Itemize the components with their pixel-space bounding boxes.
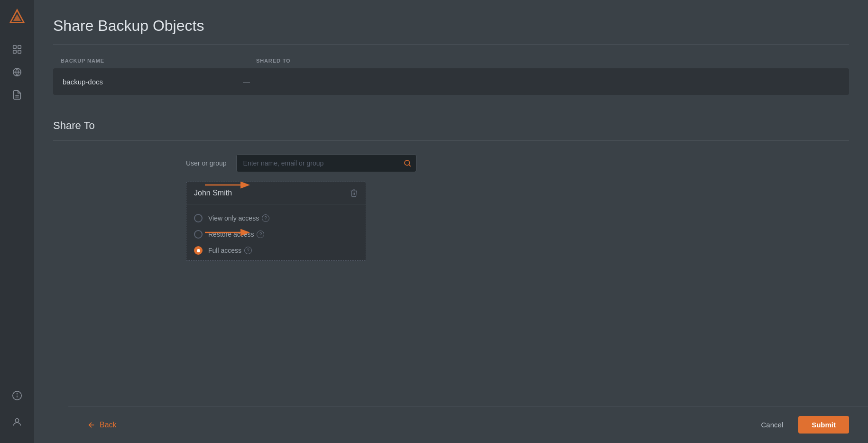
radio-circle-restore [194, 230, 203, 239]
radio-label-restore: Restore access ? [208, 231, 264, 238]
delete-user-button[interactable] [350, 189, 358, 197]
network-icon[interactable] [8, 63, 27, 82]
user-group-row: User or group [53, 154, 849, 172]
info-icon[interactable] [8, 386, 27, 405]
user-entry-box: John Smith [186, 182, 366, 261]
table-header: BACKUP NAME SHARED TO [53, 58, 849, 68]
title-divider [53, 44, 849, 45]
col-backup-name: BACKUP NAME [61, 58, 104, 64]
svg-rect-6 [18, 50, 21, 53]
help-icon-full-access[interactable]: ? [244, 247, 252, 254]
radio-full-access[interactable]: Full access ? [186, 242, 366, 258]
help-icon-restore[interactable]: ? [257, 231, 264, 238]
radio-label-full-access: Full access ? [208, 247, 252, 254]
app-logo[interactable] [9, 8, 26, 25]
files-icon[interactable] [8, 85, 27, 104]
svg-point-16 [405, 160, 410, 166]
user-name: John Smith [194, 189, 232, 197]
page-title: Share Backup Objects [53, 17, 849, 35]
svg-rect-4 [18, 46, 21, 48]
share-to-title: Share To [53, 120, 849, 132]
footer-actions: Cancel Submit [753, 416, 849, 434]
svg-rect-5 [13, 50, 16, 53]
svg-point-15 [15, 419, 18, 422]
search-icon-button[interactable] [403, 159, 412, 167]
radio-label-view-only: View only access ? [208, 214, 269, 222]
radio-restore[interactable]: Restore access ? [186, 226, 366, 242]
svg-rect-3 [13, 46, 16, 48]
col-shared-to: SHARED TO [256, 58, 291, 64]
sidebar [0, 0, 34, 443]
radio-view-only[interactable]: View only access ? [186, 210, 366, 226]
back-button[interactable]: Back [87, 421, 117, 429]
svg-point-14 [17, 394, 18, 394]
user-row: John Smith [186, 182, 366, 204]
cancel-button[interactable]: Cancel [753, 416, 791, 434]
share-to-section: Share To User or group John Smith [53, 108, 849, 284]
submit-button[interactable]: Submit [798, 416, 849, 434]
backup-name-cell: backup-docs [63, 78, 243, 86]
search-input[interactable] [236, 154, 416, 172]
search-wrapper [236, 154, 416, 172]
dashboard-icon[interactable] [8, 40, 27, 59]
table-row: backup-docs — [53, 68, 849, 95]
main-content: Share Backup Objects BACKUP NAME SHARED … [34, 0, 868, 443]
user-group-label: User or group [186, 159, 227, 167]
shared-to-cell: — [243, 78, 250, 86]
bottom-bar: Back Cancel Submit [68, 406, 868, 443]
user-icon[interactable] [8, 413, 27, 432]
radio-circle-full-access [194, 246, 203, 255]
radio-circle-view-only [194, 214, 203, 222]
sidebar-bottom [8, 386, 27, 435]
svg-line-17 [409, 165, 410, 166]
share-to-divider [53, 140, 849, 141]
help-icon-view-only[interactable]: ? [262, 214, 269, 222]
user-entry-area: John Smith [53, 182, 849, 261]
radio-options: View only access ? Restore access ? [186, 204, 366, 260]
